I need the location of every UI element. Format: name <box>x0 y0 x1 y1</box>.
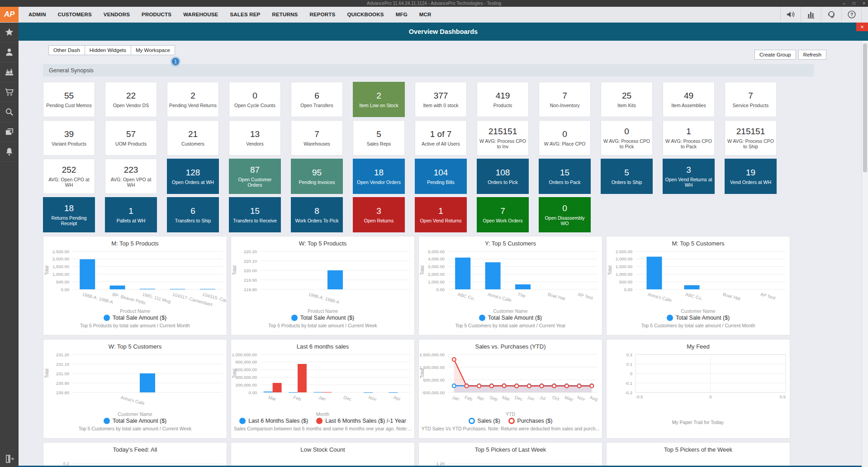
kpi-tile[interactable]: 95 Pending Invoices <box>291 159 343 194</box>
svg-text:?: ? <box>850 12 853 17</box>
sidebar-orders[interactable] <box>0 82 19 102</box>
kpi-tile[interactable]: 0 W AVG: Place CPO <box>539 120 591 156</box>
svg-text:Aug: Aug <box>589 395 598 401</box>
kpi-tile[interactable]: 377 Item with 0 stock <box>415 82 467 117</box>
menu-item[interactable]: MCR <box>413 7 437 22</box>
kpi-tile[interactable]: 108 Orders to Pick <box>477 159 529 194</box>
dashboard-tab[interactable]: My Workspace <box>131 45 175 55</box>
kpi-tile[interactable]: 2 Pending Vend Returns <box>167 82 219 117</box>
document-remove-icon <box>4 127 14 137</box>
svg-text:220.00: 220.00 <box>244 268 257 273</box>
kpi-tile[interactable]: 1 W AVG: Process CPO to Pack <box>663 120 715 156</box>
kpi-tile[interactable]: 0 Open Cycle Counts <box>229 82 281 117</box>
chart-legend: Total Sale Amount ($) <box>43 418 227 424</box>
scrollbar-thumb[interactable] <box>863 43 867 172</box>
menu-item[interactable]: REPORTS <box>304 7 341 22</box>
kpi-tile[interactable]: 7 Warehouses <box>291 120 343 156</box>
kpi-tile[interactable]: 252 AVG: Open CPO at WH <box>43 159 95 194</box>
menu-item[interactable]: VENDORS <box>98 7 136 22</box>
create-group-button[interactable]: Create Group <box>754 50 796 60</box>
svg-text:200,000.00: 200,000.00 <box>235 382 257 387</box>
kpi-tile[interactable]: 3 Open Vend Returns at WH <box>663 159 715 194</box>
kpi-tile[interactable]: 87 Open Customer Orders <box>229 159 281 194</box>
kpi-tile[interactable]: 15 Orders to Pack <box>539 159 591 194</box>
kpi-tile[interactable]: 5 Orders to Ship <box>601 159 653 194</box>
kpi-tile[interactable]: 7 Service Products <box>725 82 777 117</box>
legend-swatch-icon <box>316 418 323 424</box>
kpi-tile[interactable]: 49 Item Assemblies <box>663 82 715 117</box>
menu-item[interactable]: CUSTOMERS <box>52 7 98 22</box>
kpi-tile[interactable]: 2 Item Low on Stock <box>353 82 405 117</box>
kpi-tile[interactable]: 6 Open Transfers <box>291 82 343 117</box>
kpi-tile[interactable]: 8 Work Orders To Pick <box>291 197 343 232</box>
kpi-tile[interactable]: 7 Non-Inventory <box>539 82 591 117</box>
chart-caption: Top 5 Products by total sale amount / Cu… <box>231 323 414 328</box>
kpi-tile[interactable]: 5 Sales Reps <box>353 120 405 156</box>
kpi-tile[interactable]: 18 Returns Pending Receipt <box>43 197 95 232</box>
kpi-value: 87 <box>250 165 260 175</box>
sidebar-manufacturing[interactable] <box>0 62 19 82</box>
menu-item[interactable]: PRODUCTS <box>136 7 177 22</box>
minimize-button[interactable]: – <box>843 1 846 6</box>
kpi-tile[interactable]: 0 Open Disassembly WO <box>539 197 591 232</box>
svg-text:Total: Total <box>420 368 425 378</box>
kpi-tile[interactable]: 25 Item Kits <box>601 82 653 117</box>
kpi-tile[interactable]: 104 Pending Bills <box>415 159 467 194</box>
kpi-tile[interactable]: 22 Open Vendor DS <box>105 82 157 117</box>
kpi-tile[interactable]: 0 W AVG: Process CPO to Pick <box>601 120 653 156</box>
kpi-value: 13 <box>250 129 260 139</box>
kpi-tile[interactable]: 19 Vend Orders at WH <box>725 159 777 194</box>
chart-card: Today's Feed: All 0.2 <box>43 442 227 467</box>
kpi-tile[interactable]: 57 UOM Products <box>105 120 157 156</box>
kpi-tile[interactable]: 3 Open Returns <box>353 197 405 232</box>
statistics-button[interactable] <box>801 7 821 22</box>
legend-swatch-icon <box>667 315 673 321</box>
kpi-tile[interactable]: 419 Products <box>477 82 529 117</box>
refresh-button[interactable]: Refresh <box>798 50 826 60</box>
svg-text:ABC Co.: ABC Co. <box>457 292 475 301</box>
kpi-tile[interactable]: 15 Transfers to Receive <box>229 197 281 232</box>
kpi-tile[interactable]: 13 Vendors <box>229 120 281 156</box>
kpi-tile[interactable]: 7 Open Work Orders <box>477 197 529 232</box>
support-button[interactable] <box>821 7 841 22</box>
restore-button[interactable]: □ <box>853 1 855 6</box>
sidebar-search[interactable] <box>0 102 19 122</box>
close-window-button[interactable]: × <box>863 1 865 6</box>
kpi-tile[interactable]: 6 Transfers to Ship <box>167 197 219 232</box>
kpi-tile[interactable]: 55 Pending Cust Memos <box>43 82 95 117</box>
menu-item[interactable]: SALES REP <box>224 7 266 22</box>
kpi-label: Orders to Pick <box>486 179 519 185</box>
kpi-tile[interactable]: 223 AVG: Open VPO at WH <box>105 159 157 194</box>
kpi-tile[interactable]: 39 Variant Products <box>43 120 95 156</box>
kpi-label: Open Disassembly WO <box>539 215 591 226</box>
help-button[interactable]: ? <box>841 7 862 22</box>
dashboard-tab[interactable]: Other Dash <box>48 45 85 55</box>
kpi-label: Products <box>492 103 513 108</box>
menu-item[interactable]: WAREHOUSE <box>177 7 224 22</box>
close-dashboard-button[interactable]: × <box>856 23 868 31</box>
kpi-tile[interactable]: 1 of 7 Active of All Users <box>415 120 467 156</box>
announcements-button[interactable] <box>780 7 801 22</box>
kpi-tile[interactable]: 1 Pallets at WH <box>105 197 157 232</box>
menu-item[interactable]: ADMIN <box>23 7 52 22</box>
kpi-tile[interactable]: 18 Open Vendor Orders <box>353 159 405 194</box>
sidebar-documents[interactable] <box>0 122 19 142</box>
sidebar-favorites[interactable] <box>0 23 19 42</box>
menu-item[interactable]: QUICKBOOKS <box>341 7 389 22</box>
kpi-tile[interactable]: 215151 W AVG: Process CPO to Inv <box>477 120 529 156</box>
exit-icon <box>4 453 15 464</box>
menu-item[interactable]: RETURNS <box>266 7 304 22</box>
kpi-tile[interactable]: 128 Open Orders at WH <box>167 159 219 194</box>
kpi-tile[interactable]: 215151 W AVG: Process CPO to Ship <box>725 120 777 156</box>
dashboard-tab[interactable]: Hidden Widgets <box>85 45 131 55</box>
vertical-scrollbar[interactable] <box>862 41 868 467</box>
legend-label: Sales ($) <box>478 418 500 424</box>
sidebar-customers[interactable] <box>0 42 19 62</box>
kpi-tile[interactable]: 1 Open Vend Returns <box>415 197 467 232</box>
app-logo[interactable]: AP <box>0 7 19 22</box>
menu-item[interactable]: MFG <box>390 7 413 22</box>
chart-caption: Top 5 Products by total sale amount / Cu… <box>43 323 227 328</box>
kpi-tile[interactable]: 21 Customers <box>167 120 219 156</box>
sidebar-exit[interactable] <box>0 452 19 466</box>
sidebar-alerts[interactable] <box>0 142 19 162</box>
